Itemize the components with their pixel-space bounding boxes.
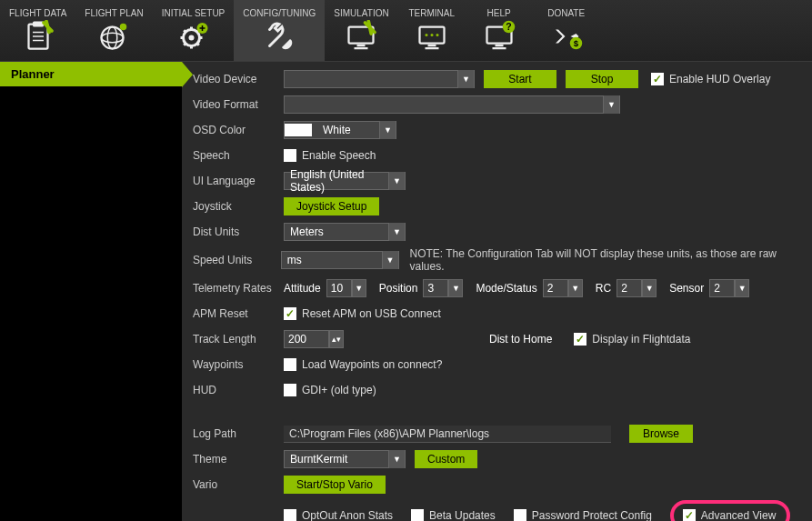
- svg-rect-23: [357, 45, 366, 46]
- svg-point-5: [102, 27, 124, 49]
- log-path-field[interactable]: C:\Program Files (x86)\APM Planner\logs: [284, 426, 611, 443]
- ui-language-label: UI Language: [193, 175, 284, 187]
- attitude-label: Attitude: [284, 282, 321, 295]
- svg-rect-1: [33, 22, 44, 27]
- monitor-plane-icon: [345, 20, 377, 53]
- chevron-down-icon: ▼: [735, 279, 749, 297]
- monitor-terminal-icon: [416, 20, 448, 53]
- joystick-setup-button[interactable]: Joystick Setup: [284, 197, 379, 215]
- checkbox-icon: [411, 509, 424, 521]
- tool-simulation[interactable]: SIMULATION: [325, 0, 397, 61]
- checkbox-icon: [284, 307, 296, 320]
- rc-label: RC: [596, 282, 611, 295]
- custom-theme-button[interactable]: Custom: [415, 450, 477, 468]
- svg-rect-24: [355, 47, 368, 49]
- checkbox-icon: [284, 384, 296, 396]
- sensor-label: Sensor: [669, 282, 704, 295]
- tools-icon: [263, 20, 296, 53]
- tool-terminal[interactable]: TERMINAL: [398, 0, 466, 61]
- svg-line-17: [185, 44, 186, 45]
- rc-input[interactable]: ▼: [617, 279, 657, 297]
- telemetry-rates-label: Telemetry Rates: [193, 282, 284, 295]
- track-length-label: Track Length: [193, 333, 284, 346]
- video-device-label: Video Device: [193, 73, 284, 85]
- plane-dollar-icon: $: [550, 20, 583, 53]
- svg-point-6: [102, 33, 124, 43]
- theme-label: Theme: [193, 453, 284, 466]
- log-path-label: Log Path: [193, 427, 284, 440]
- optout-checkbox[interactable]: OptOut Anon Stats: [284, 509, 393, 521]
- svg-rect-32: [495, 45, 503, 46]
- tool-donate[interactable]: DONATE $: [533, 0, 600, 61]
- advanced-view-checkbox[interactable]: Advanced View: [683, 509, 777, 521]
- chevron-down-icon: ▼: [642, 279, 657, 297]
- tool-initial-setup[interactable]: INITIAL SETUP: [153, 0, 235, 61]
- clipboard-icon: [22, 20, 55, 53]
- enable-speech-checkbox[interactable]: Enable Speech: [284, 149, 376, 162]
- tool-config-tuning[interactable]: CONFIG/TUNING: [234, 0, 325, 61]
- ui-language-select[interactable]: English (United States)▼: [284, 172, 406, 190]
- theme-select[interactable]: BurntKermit▼: [284, 450, 406, 468]
- tool-flight-data[interactable]: FLIGHT DATA: [0, 0, 75, 61]
- chevron-down-icon: ▼: [448, 279, 463, 297]
- speech-label: Speech: [193, 149, 284, 162]
- svg-point-7: [108, 27, 118, 49]
- checkbox-icon: [651, 73, 664, 85]
- sensor-input[interactable]: ▼: [709, 279, 749, 297]
- hud-label: HUD: [193, 384, 284, 396]
- mode-status-input[interactable]: ▼: [543, 279, 583, 297]
- chevron-down-icon: ▼: [603, 95, 619, 114]
- chevron-down-icon: ▼: [352, 279, 366, 297]
- checkbox-icon: [284, 509, 296, 521]
- apm-reset-label: APM Reset: [193, 307, 284, 320]
- svg-rect-26: [427, 45, 436, 46]
- chevron-down-icon: ▼: [388, 223, 405, 241]
- position-label: Position: [379, 282, 418, 295]
- svg-line-16: [197, 44, 199, 45]
- display-flightdata-checkbox[interactable]: Display in Flightdata: [574, 333, 690, 346]
- tool-flight-plan[interactable]: FLIGHT PLAN: [75, 0, 152, 61]
- track-length-input[interactable]: ▴▾: [284, 330, 344, 348]
- osd-color-label: OSD Color: [193, 124, 284, 136]
- checkbox-icon: [574, 333, 586, 346]
- svg-point-8: [120, 24, 127, 31]
- spinner-icon: ▴▾: [329, 330, 344, 348]
- gdi-checkbox[interactable]: GDI+ (old type): [284, 384, 376, 396]
- speed-units-label: Speed Units: [193, 254, 281, 266]
- enable-hud-overlay-checkbox[interactable]: Enable HUD Overlay: [651, 73, 770, 85]
- globe-icon: [97, 20, 130, 53]
- stop-button[interactable]: Stop: [566, 70, 638, 88]
- checkbox-icon: [683, 509, 696, 521]
- mode-status-label: Mode/Status: [476, 282, 536, 295]
- color-swatch: [285, 124, 312, 136]
- sidebar-tab-planner[interactable]: Planner: [0, 62, 182, 86]
- svg-point-30: [436, 34, 438, 36]
- chevron-down-icon: ▼: [382, 251, 398, 269]
- beta-updates-checkbox[interactable]: Beta Updates: [411, 509, 496, 521]
- settings-panel: Video Device ▼ Start Stop Enable HUD Ove…: [182, 62, 812, 521]
- video-format-select[interactable]: ▼: [284, 95, 620, 114]
- svg-rect-27: [425, 47, 438, 49]
- speed-units-select[interactable]: ms▼: [281, 251, 399, 269]
- tool-help[interactable]: HELP ?: [466, 0, 533, 61]
- start-button[interactable]: Start: [484, 70, 556, 88]
- sidebar: Planner: [0, 62, 182, 521]
- checkbox-icon: [284, 358, 296, 371]
- svg-point-10: [189, 35, 195, 41]
- vario-button[interactable]: Start/Stop Vario: [284, 476, 386, 494]
- load-waypoints-checkbox[interactable]: Load Waypoints on connect?: [284, 358, 442, 371]
- checkbox-icon: [284, 149, 296, 162]
- browse-button[interactable]: Browse: [629, 425, 693, 443]
- osd-color-select[interactable]: White▼: [284, 121, 396, 139]
- svg-point-29: [430, 34, 433, 36]
- advanced-view-highlight: Advanced View: [670, 500, 791, 521]
- position-input[interactable]: ▼: [423, 279, 463, 297]
- reset-apm-checkbox[interactable]: Reset APM on USB Connect: [284, 307, 441, 320]
- password-protect-checkbox[interactable]: Password Protect Config: [514, 509, 652, 521]
- attitude-input[interactable]: ▼: [326, 279, 366, 297]
- svg-text:$: $: [573, 38, 578, 48]
- checkbox-icon: [514, 509, 526, 521]
- dist-units-select[interactable]: Meters▼: [284, 223, 406, 241]
- video-device-select[interactable]: ▼: [284, 70, 475, 88]
- waypoints-label: Waypoints: [193, 358, 284, 371]
